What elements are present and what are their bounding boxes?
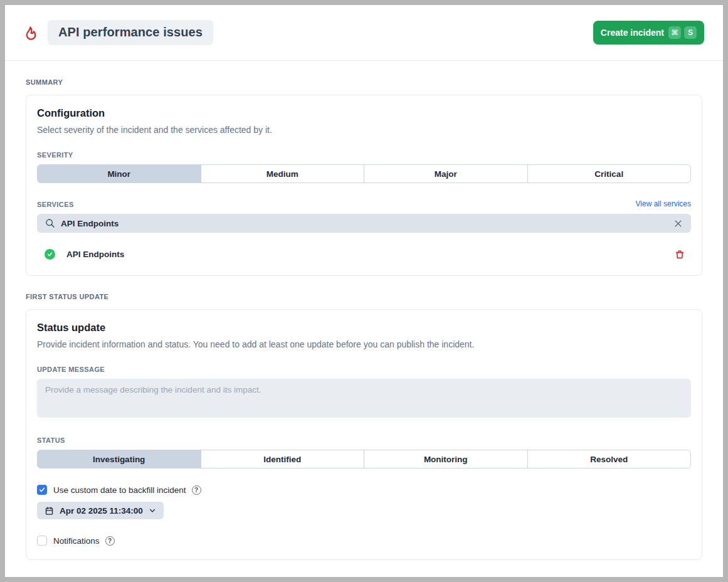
- services-label: SERVICES: [37, 201, 74, 208]
- flame-icon: [23, 24, 40, 41]
- status-update-card: Status update Provide incident informati…: [26, 309, 702, 560]
- service-name: API Endpoints: [66, 250, 124, 259]
- backfill-checkbox-row[interactable]: Use custom date to backfill incident ?: [37, 485, 691, 495]
- search-icon: [45, 218, 55, 228]
- update-message-label: UPDATE MESSAGE: [37, 366, 691, 373]
- backfill-checkbox[interactable]: [37, 485, 47, 495]
- view-all-services-link[interactable]: View all services: [636, 199, 691, 208]
- severity-option-major[interactable]: Major: [364, 164, 528, 183]
- backfill-date-picker[interactable]: Apr 02 2025 11:34:00: [37, 502, 164, 519]
- services-search-input[interactable]: [61, 219, 668, 228]
- calendar-icon: [45, 506, 54, 516]
- trash-icon: [675, 250, 685, 260]
- status-update-title: Status update: [37, 322, 691, 334]
- severity-label: SEVERITY: [37, 151, 691, 159]
- notifications-checkbox-label: Notifications: [53, 536, 100, 546]
- notifications-help-icon[interactable]: ?: [105, 536, 115, 546]
- severity-option-critical[interactable]: Critical: [527, 164, 692, 183]
- incident-title-input[interactable]: API performance issues: [48, 20, 213, 45]
- status-segmented-control: Investigating Identified Monitoring Reso…: [37, 450, 691, 468]
- severity-option-minor[interactable]: Minor: [37, 164, 201, 183]
- summary-section-label: SUMMARY: [26, 78, 702, 86]
- configuration-title: Configuration: [37, 107, 691, 119]
- status-option-investigating[interactable]: Investigating: [37, 450, 201, 468]
- update-message-textarea[interactable]: [37, 379, 691, 418]
- kbd-cmd: ⌘: [668, 26, 681, 39]
- first-status-update-label: FIRST STATUS UPDATE: [26, 293, 702, 300]
- status-label: STATUS: [37, 437, 691, 444]
- notifications-checkbox-row[interactable]: Notifications ?: [37, 536, 691, 546]
- status-option-monitoring[interactable]: Monitoring: [364, 450, 528, 468]
- backfill-help-icon[interactable]: ?: [192, 485, 201, 495]
- chevron-down-icon: [149, 507, 156, 514]
- severity-option-medium[interactable]: Medium: [201, 164, 365, 183]
- configuration-card: Configuration Select severity of the inc…: [26, 95, 702, 276]
- status-option-resolved[interactable]: Resolved: [527, 450, 692, 468]
- kbd-s: S: [684, 26, 697, 39]
- remove-service-button[interactable]: [675, 250, 685, 260]
- status-option-identified[interactable]: Identified: [201, 450, 365, 468]
- services-search-box: [37, 214, 691, 233]
- backfill-date-value: Apr 02 2025 11:34:00: [60, 506, 143, 516]
- severity-segmented-control: Minor Medium Major Critical: [37, 164, 691, 183]
- status-update-subtitle: Provide incident information and status.…: [37, 339, 691, 349]
- create-incident-button[interactable]: Create incident ⌘ S: [593, 21, 704, 45]
- incident-create-page: API performance issues Create incident ⌘…: [5, 5, 723, 577]
- configuration-subtitle: Select severity of the incident and the …: [37, 125, 691, 135]
- notifications-checkbox[interactable]: [37, 536, 47, 546]
- service-operational-icon: [45, 249, 55, 260]
- clear-search-icon[interactable]: [673, 219, 683, 228]
- main-content: SUMMARY Configuration Select severity of…: [5, 61, 723, 577]
- page-header: API performance issues Create incident ⌘…: [5, 5, 723, 61]
- selected-service-row: API Endpoints: [45, 249, 685, 260]
- backfill-checkbox-label: Use custom date to backfill incident: [53, 485, 186, 495]
- create-incident-label: Create incident: [601, 28, 664, 38]
